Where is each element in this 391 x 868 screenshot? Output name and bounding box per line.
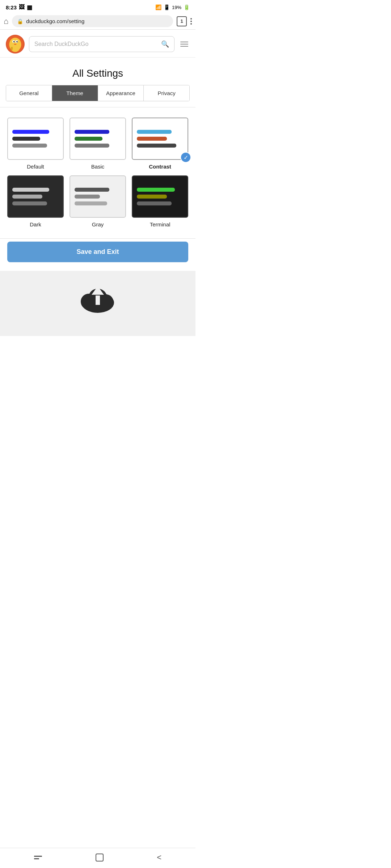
dot2	[190, 21, 192, 22]
cloud-upload-icon	[78, 282, 118, 314]
theme-preview-default	[7, 118, 64, 160]
theme-bar-3	[75, 201, 107, 205]
svg-point-14	[99, 294, 113, 309]
gallery-icon: 🖼	[19, 4, 25, 10]
theme-card-basic[interactable]: Basic	[70, 118, 126, 170]
theme-bar-2	[75, 195, 100, 199]
theme-grid: Default Basic ✓ Contrast	[0, 115, 196, 235]
dot1	[190, 18, 192, 20]
hamburger-menu-button[interactable]	[179, 40, 190, 48]
status-right: 📶 📱 19% 🔋	[155, 4, 190, 10]
svg-point-9	[17, 41, 18, 42]
ddg-header: Search DuckDuckGo 🔍	[0, 30, 196, 58]
theme-bar-3	[137, 201, 172, 205]
app-icon: ▦	[27, 4, 32, 11]
theme-preview-dark	[7, 175, 64, 218]
theme-label-contrast: Contrast	[149, 163, 171, 170]
signal-icon: 📱	[164, 4, 170, 10]
theme-label-terminal: Terminal	[150, 221, 171, 227]
theme-card-contrast[interactable]: ✓ Contrast	[132, 118, 188, 170]
theme-card-terminal[interactable]: Terminal	[132, 175, 188, 227]
theme-bar-2	[75, 137, 102, 141]
tab-privacy[interactable]: Privacy	[144, 85, 189, 101]
theme-bar-3	[137, 144, 176, 148]
browser-chrome: ⌂ 🔒 duckduckgo.com/setting 1	[0, 13, 196, 30]
lock-icon: 🔒	[17, 18, 23, 24]
status-left: 8:23 🖼 ▦	[6, 4, 32, 11]
theme-label-dark: Dark	[30, 221, 41, 227]
theme-bar-3	[12, 201, 47, 205]
theme-bar-1	[75, 130, 109, 134]
theme-preview-contrast: ✓	[132, 118, 188, 160]
theme-label-basic: Basic	[91, 163, 105, 170]
theme-bar-1	[137, 188, 175, 192]
dot3	[190, 23, 192, 25]
page-content: All Settings General Theme Appearance Pr…	[0, 58, 196, 343]
tab-general[interactable]: General	[6, 85, 52, 101]
page-title-section: All Settings	[0, 58, 196, 85]
theme-bar-1	[12, 188, 49, 192]
battery-percentage: 19%	[172, 5, 181, 10]
tab-count-button[interactable]: 1	[177, 16, 187, 26]
selected-checkmark: ✓	[180, 152, 191, 163]
status-bar: 8:23 🖼 ▦ 📶 📱 19% 🔋	[0, 0, 196, 13]
address-bar[interactable]: 🔒 duckduckgo.com/setting	[12, 15, 173, 27]
theme-bar-1	[75, 188, 109, 192]
tab-theme[interactable]: Theme	[52, 85, 98, 101]
menu-line-3	[180, 46, 188, 47]
tab-appearance[interactable]: Appearance	[98, 85, 144, 101]
battery-icon: 🔋	[184, 4, 190, 10]
home-button[interactable]: ⌂	[4, 17, 8, 26]
search-placeholder: Search DuckDuckGo	[34, 41, 158, 47]
theme-preview-terminal	[132, 175, 188, 218]
svg-rect-15	[96, 295, 100, 305]
page-title: All Settings	[6, 68, 190, 79]
theme-bar-2	[12, 195, 42, 199]
save-section: Save and Exit	[0, 238, 196, 271]
address-text: duckduckgo.com/setting	[26, 18, 168, 24]
menu-line-1	[180, 42, 188, 42]
theme-bar-2	[12, 137, 40, 141]
theme-bar-1	[137, 130, 172, 134]
theme-preview-basic	[70, 118, 126, 160]
status-time: 8:23	[6, 4, 17, 10]
theme-label-default: Default	[27, 163, 44, 170]
theme-card-dark[interactable]: Dark	[7, 175, 64, 227]
theme-bar-2	[137, 195, 167, 199]
theme-bar-3	[75, 144, 109, 148]
wifi-icon: 📶	[155, 4, 161, 10]
theme-card-default[interactable]: Default	[7, 118, 64, 170]
theme-bar-3	[12, 144, 47, 148]
cloud-upload-section	[0, 271, 196, 336]
save-and-exit-button[interactable]: Save and Exit	[7, 242, 188, 262]
theme-label-gray: Gray	[92, 221, 104, 227]
ddg-logo	[6, 35, 25, 54]
more-options-button[interactable]	[190, 18, 192, 25]
search-icon: 🔍	[161, 40, 169, 48]
svg-point-8	[14, 41, 15, 42]
theme-bar-2	[137, 137, 167, 141]
theme-card-gray[interactable]: Gray	[70, 175, 126, 227]
menu-line-2	[180, 44, 188, 44]
search-bar[interactable]: Search DuckDuckGo 🔍	[29, 36, 175, 52]
theme-preview-gray	[70, 175, 126, 218]
tabs-container: General Theme Appearance Privacy	[6, 85, 190, 101]
theme-bar-1	[12, 130, 49, 134]
divider	[0, 107, 196, 107]
